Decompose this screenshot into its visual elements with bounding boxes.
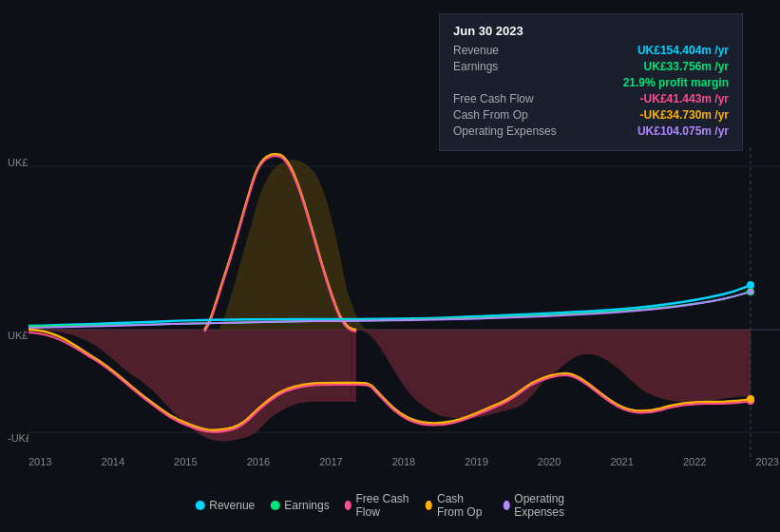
x-axis-label: 2022 [683,456,706,467]
opex-label: Operating Expenses [453,124,567,138]
legend-dot-earnings [270,501,279,510]
legend-label-cash-from-op: Cash From Op [437,492,488,519]
tooltip-cfo-row: Cash From Op -UK£34.730m /yr [453,108,729,122]
tooltip-card: Jun 30 2023 Revenue UK£154.404m /yr Earn… [439,13,743,151]
fcf-value: -UK£41.443m /yr [640,92,729,105]
x-axis-label: 2021 [610,456,633,467]
legend-dot-free-cash-flow [345,501,352,510]
legend-item-operating-expenses[interactable]: Operating Expenses [503,492,584,519]
svg-point-6 [747,281,754,289]
tooltip-opex-row: Operating Expenses UK£104.075m /yr [453,124,729,138]
chart-legend: RevenueEarningsFree Cash FlowCash From O… [195,492,585,519]
x-axis-label: 2014 [102,456,124,467]
x-axis-label: 2020 [538,456,561,467]
earnings-value: UK£33.756m /yr [644,60,729,73]
legend-dot-revenue [195,501,204,510]
x-axis-label: 2023 [755,456,778,467]
legend-item-earnings[interactable]: Earnings [270,499,329,512]
legend-dot-operating-expenses [503,501,509,510]
x-axis-label: 2013 [29,456,51,467]
opex-value: UK£104.075m /yr [637,124,729,138]
revenue-label: Revenue [453,44,567,57]
legend-label-free-cash-flow: Free Cash Flow [355,492,410,519]
tooltip-profit-margin-row: 21.9% profit margin [453,76,729,89]
legend-dot-cash-from-op [426,501,432,510]
fcf-label: Free Cash Flow [453,92,567,105]
tooltip-revenue-row: Revenue UK£154.404m /yr [453,44,729,57]
profit-margin-label [453,76,567,89]
x-axis: 2013201420152016201720182019202020212022… [29,456,779,467]
tooltip-earnings-row: Earnings UK£33.756m /yr [453,60,729,73]
cfo-label: Cash From Op [453,108,567,122]
tooltip-date: Jun 30 2023 [453,24,729,38]
legend-item-revenue[interactable]: Revenue [195,499,255,512]
x-axis-label: 2018 [392,456,415,467]
profit-margin-value: 21.9% profit margin [623,76,729,89]
legend-label-operating-expenses: Operating Expenses [514,492,584,519]
legend-item-cash-from-op[interactable]: Cash From Op [426,492,487,519]
legend-label-earnings: Earnings [284,499,329,512]
x-axis-label: 2019 [465,456,487,467]
revenue-value: UK£154.404m /yr [637,44,729,57]
tooltip-fcf-row: Free Cash Flow -UK£41.443m /yr [453,92,729,105]
earnings-label: Earnings [453,60,567,73]
x-axis-label: 2017 [319,456,342,467]
legend-label-revenue: Revenue [209,499,255,512]
cfo-value: -UK£34.730m /yr [640,108,729,122]
svg-point-9 [747,395,754,403]
svg-point-10 [748,289,753,294]
x-axis-label: 2015 [174,456,197,467]
x-axis-label: 2016 [247,456,270,467]
legend-item-free-cash-flow[interactable]: Free Cash Flow [345,492,411,519]
chart-svg [0,147,780,461]
